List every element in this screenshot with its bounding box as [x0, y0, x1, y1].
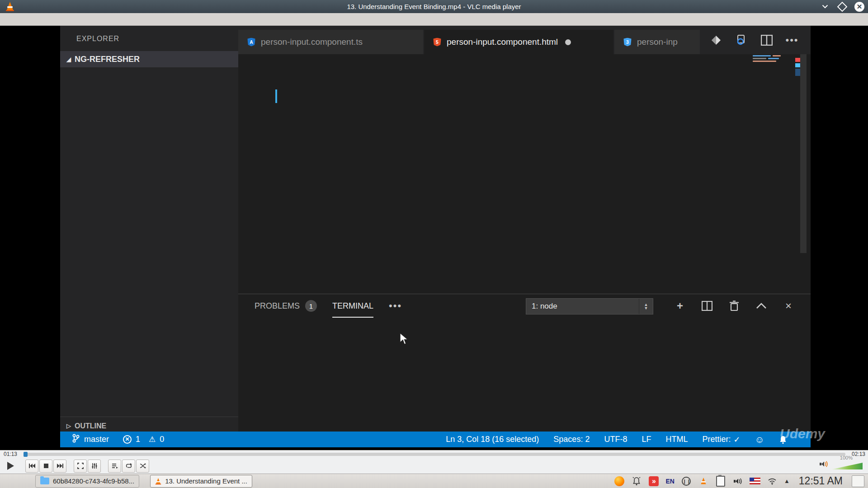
wifi-tray-icon[interactable]: [767, 476, 778, 487]
vlc-menubar: [0, 13, 868, 26]
extended-settings-button[interactable]: [88, 460, 101, 473]
vlc-cone-icon: [155, 478, 161, 485]
seek-handle[interactable]: [24, 452, 28, 457]
previous-button[interactable]: [25, 460, 38, 473]
video-surface[interactable]: EXPLORER ◢ NG-REFRESHER ▷ OUTLINE person…: [0, 26, 868, 450]
show-desktop-button[interactable]: [852, 475, 864, 487]
select-arrows-icon: ▲▼: [639, 299, 653, 314]
vlc-controls: 01:13 02:13 100%: [0, 450, 868, 474]
chevron-expanded-icon: ◢: [66, 56, 71, 63]
cursor-position: Ln 3, Col 18 (16 selected): [446, 435, 539, 444]
firefox-tray-icon[interactable]: [614, 476, 625, 487]
taskbar-window-file-manager[interactable]: 60b84280-c743-4fc9-b58...: [35, 475, 139, 488]
warnings-count: 0: [160, 435, 164, 444]
prettier-label: Prettier:: [702, 435, 731, 444]
bottom-panel: PROBLEMS 1 TERMINAL ••• 1: node ▲▼ +: [238, 294, 811, 432]
vlc-tray-icon[interactable]: [698, 476, 709, 487]
code-editor: [238, 54, 811, 294]
playlist-button[interactable]: [108, 460, 121, 473]
warnings-icon: ⚠: [149, 435, 156, 444]
mouse-pointer: [399, 333, 410, 348]
maximize-panel-icon: [755, 300, 767, 312]
play-button[interactable]: [3, 459, 18, 473]
vscode-recording: EXPLORER ◢ NG-REFRESHER ▷ OUTLINE person…: [60, 26, 811, 447]
terminal-shell-selector: 1: node ▲▼: [526, 298, 653, 314]
explorer-sidebar: EXPLORER ◢ NG-REFRESHER ▷ OUTLINE: [60, 26, 238, 432]
more-actions-icon: •••: [786, 34, 798, 46]
fullscreen-button[interactable]: [74, 460, 87, 473]
vlc-titlebar[interactable]: 13. Understanding Event Binding.mp4 - VL…: [0, 0, 868, 13]
html-file-icon: [433, 38, 441, 46]
elapsed-time: 01:13: [4, 451, 17, 457]
folder-icon: [40, 478, 49, 484]
editor-tabbar: person-input.component.ts person-input.c…: [238, 26, 811, 54]
chevron-collapsed-icon: ▷: [66, 422, 71, 429]
kill-terminal-icon: [728, 300, 740, 312]
red-updates-tray-icon[interactable]: »: [648, 476, 659, 487]
editor-scrollbar: [800, 54, 807, 253]
notifications-bell-icon: [779, 435, 787, 444]
errors-count: 1: [136, 435, 140, 444]
desktop-taskbar: 60b84280-c743-4fc9-b58... 13. Understand…: [0, 474, 868, 488]
git-branch-icon: [72, 434, 80, 445]
tab-person-input-component-css: person-inp: [614, 30, 700, 54]
explorer-header: EXPLORER: [60, 26, 238, 43]
project-name: NG-REFRESHER: [75, 55, 140, 64]
errors-icon: ✕: [123, 435, 132, 444]
keyboard-layout-indicator[interactable]: EN: [665, 478, 674, 485]
editor-actions: •••: [710, 26, 811, 54]
shuffle-button[interactable]: [136, 460, 149, 473]
tab-person-input-component-html: person-input.component.html: [424, 30, 614, 54]
unsaved-dot-icon: [565, 39, 571, 45]
check-icon: ✓: [733, 435, 740, 445]
next-button[interactable]: [53, 460, 66, 473]
volume-percent: 100%: [840, 455, 853, 460]
text-cursor: [275, 89, 277, 103]
open-changes-icon: [710, 34, 722, 46]
vscode-statusbar: master ✕ 1 ⚠ 0 Ln 3, Col 18 (16 selected…: [60, 432, 811, 447]
volume-control[interactable]: 100%: [819, 460, 863, 469]
minimize-button[interactable]: [820, 2, 830, 12]
volume-slider[interactable]: [831, 463, 863, 469]
audio-volume-tray-icon[interactable]: [732, 476, 743, 487]
tab-person-input-component-ts: person-input.component.ts: [238, 30, 424, 54]
outline-section-header: ▷ OUTLINE: [60, 417, 238, 432]
notifications-bell-tray-icon[interactable]: [631, 476, 642, 487]
speaker-icon: [819, 460, 828, 469]
window-title: 13. Understanding Event Binding.mp4 - VL…: [0, 3, 868, 10]
minimap: [753, 55, 785, 64]
taskbar-window-vlc[interactable]: 13. Understanding Event ...: [150, 475, 252, 488]
terminal-tab: TERMINAL: [332, 294, 373, 318]
angular-file-icon: [247, 38, 255, 46]
language-mode: HTML: [665, 435, 688, 444]
close-panel-icon: ×: [783, 300, 794, 312]
indentation: Spaces: 2: [553, 435, 590, 444]
feedback-smiley-icon: ☺: [755, 434, 764, 445]
pause-status-tray-icon[interactable]: ❙❙: [681, 476, 692, 487]
css-file-icon: [623, 38, 632, 46]
us-flag-language-icon[interactable]: [750, 476, 760, 487]
encoding: UTF-8: [604, 435, 627, 444]
problems-tab: PROBLEMS 1: [255, 294, 317, 318]
git-branch-name: master: [84, 435, 109, 444]
screen: 13. Understanding Event Binding.mp4 - VL…: [0, 0, 868, 488]
split-editor-icon: [761, 34, 773, 46]
total-time: 02:13: [852, 451, 865, 457]
clock[interactable]: 12:51 AM: [799, 475, 843, 487]
tray-expand-arrow[interactable]: ▲: [784, 478, 790, 484]
eol-sequence: LF: [642, 435, 651, 444]
new-terminal-icon: +: [674, 300, 686, 312]
open-preview-icon: [736, 34, 747, 46]
project-root-row: ◢ NG-REFRESHER: [60, 51, 238, 67]
stop-button[interactable]: [39, 460, 52, 473]
panel-more-icon: •••: [389, 304, 402, 308]
seek-bar[interactable]: [24, 453, 845, 456]
clipboard-tray-icon[interactable]: [715, 476, 726, 487]
loop-button[interactable]: [122, 460, 135, 473]
close-button[interactable]: ✕: [854, 2, 864, 12]
maximize-button[interactable]: [837, 2, 847, 12]
problems-count-badge: 1: [305, 300, 317, 312]
split-terminal-icon: [701, 300, 713, 312]
